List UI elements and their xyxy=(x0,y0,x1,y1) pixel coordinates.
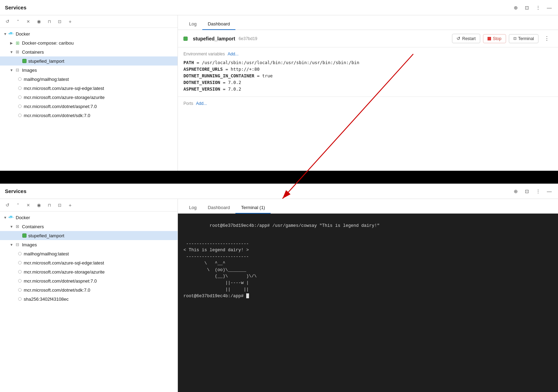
terminal-output[interactable]: root@6e37bd19ec4b:/app# /usr/games/cowsa… xyxy=(178,214,558,392)
compose-icon-top: ⊞ xyxy=(15,40,20,46)
env-section-top: Environment variables Add... PATH = /usr… xyxy=(178,47,558,97)
env-val-path-top: = /usr/local/sbin:/usr/local/bin:/usr/sb… xyxy=(194,60,359,65)
restore-icon-top[interactable]: ⊡ xyxy=(523,4,531,11)
tree-label-stupefied-bottom: stupefied_lamport xyxy=(28,233,64,238)
close-btn-top[interactable]: ✕ xyxy=(24,18,32,25)
container-name-top: stupefied_lamport xyxy=(193,36,235,41)
env-key-dotnet-container-top: DOTNET_RUNNING_IN_CONTAINER xyxy=(183,73,254,78)
tab-dashboard-bottom[interactable]: Dashboard xyxy=(202,202,236,214)
containers-icon-bottom: ⊠ xyxy=(15,224,20,229)
tree-label-images-bottom: Images xyxy=(22,242,37,247)
tree-item-containers-bottom[interactable]: ▼ ⊠ Containers xyxy=(0,222,178,231)
tree-item-containers-top[interactable]: ▼ ⊠ Containers xyxy=(0,47,178,56)
env-row-4-top: ASPNET_VERSION = 7.0.2 xyxy=(183,86,552,92)
tree-item-docker-top[interactable]: ▼ Docker xyxy=(0,29,178,38)
container-header-top: stupefied_lamport 6e37bd19 ↺ Restart Sto… xyxy=(178,30,558,47)
tree-item-stupefied-bottom[interactable]: ▶ stupefied_lamport xyxy=(0,231,178,240)
refresh-btn-top[interactable]: ↺ xyxy=(3,18,11,25)
tree-item-sdk-bottom[interactable]: mcr.microsoft.com/dotnet/sdk:7.0 xyxy=(0,285,178,294)
restart-button-top[interactable]: ↺ Restart xyxy=(452,34,480,43)
layout-btn-top[interactable]: ⊡ xyxy=(56,18,63,25)
env-add-link-top[interactable]: Add... xyxy=(228,52,239,56)
title-bar-controls-bottom: ⊕ ⊡ ⋮ — xyxy=(512,187,553,195)
add-btn-bottom[interactable]: + xyxy=(66,201,74,209)
svg-rect-1 xyxy=(10,33,11,34)
up-btn-top[interactable]: ⌃ xyxy=(14,18,22,25)
tree-item-aspnet-bottom[interactable]: mcr.microsoft.com/dotnet/aspnet:7.0 xyxy=(0,276,178,285)
panel-title-bottom: Services xyxy=(5,188,27,194)
terminal-label-top: Terminal xyxy=(518,36,534,41)
stop-button-top[interactable]: Stop xyxy=(483,34,506,43)
chevron-containers-top: ▼ xyxy=(9,49,14,54)
view-btn-bottom[interactable]: ◉ xyxy=(35,201,43,209)
chevron-images-top: ▼ xyxy=(9,68,14,72)
sidebar-top: ↺ ⌃ ✕ ◉ ⊓ ⊡ + ▼ xyxy=(0,15,178,171)
tree-item-azure-sql-bottom[interactable]: mcr.microsoft.com/azure-sql-edge:latest xyxy=(0,258,178,267)
images-icon-bottom: ⊟ xyxy=(15,242,20,247)
expand-icon-bottom[interactable]: ⊕ xyxy=(512,187,520,195)
env-val-aspnetcore-top: = http://+:80 xyxy=(223,67,259,72)
env-key-path-top: PATH xyxy=(183,60,194,65)
terminal-button-top[interactable]: ⊡ Terminal xyxy=(509,34,538,43)
more-icon-bottom[interactable]: ⋮ xyxy=(534,187,542,195)
filter-btn-top[interactable]: ⊓ xyxy=(45,18,53,25)
tree-item-aspnet-top[interactable]: mcr.microsoft.com/dotnet/aspnet:7.0 xyxy=(0,102,178,111)
image-circle-aspnet-top xyxy=(18,105,22,108)
tree-label-aspnet-bottom: mcr.microsoft.com/dotnet/aspnet:7.0 xyxy=(24,278,97,284)
tree-item-mailhog-top[interactable]: mailhog/mailhog:latest xyxy=(0,75,178,84)
sidebar-bottom: ↺ ⌃ ✕ ◉ ⊓ ⊡ + ▼ xyxy=(0,199,178,392)
tab-dashboard-top[interactable]: Dashboard xyxy=(202,18,236,30)
filter-btn-bottom[interactable]: ⊓ xyxy=(45,201,53,209)
image-circle-mailhog-top xyxy=(18,77,22,81)
up-btn-bottom[interactable]: ⌃ xyxy=(14,201,22,209)
tree-label-azure-sql-top: mcr.microsoft.com/azure-sql-edge:latest xyxy=(24,86,104,91)
tree-label-containers-bottom: Containers xyxy=(22,224,44,229)
tree-item-azure-storage-top[interactable]: mcr.microsoft.com/azure-storage/azurite xyxy=(0,93,178,102)
title-bar-controls-top: ⊕ ⊡ ⋮ — xyxy=(512,4,553,11)
env-val-dotnet-version-top: = 7.0.2 xyxy=(220,80,241,85)
more-button-top[interactable]: ⋮ xyxy=(541,34,552,43)
tree-item-stupefied-top[interactable]: ▶ stupefied_lamport xyxy=(0,56,178,66)
sidebar-toolbar-bottom: ↺ ⌃ ✕ ◉ ⊓ ⊡ + xyxy=(0,199,178,212)
tree-item-images-top[interactable]: ▼ ⊟ Images xyxy=(0,66,178,75)
ports-header-top: Ports Add... xyxy=(183,101,552,106)
tree-label-sdk-top: mcr.microsoft.com/dotnet/sdk:7.0 xyxy=(24,113,90,118)
tree-item-images-bottom[interactable]: ▼ ⊟ Images xyxy=(0,240,178,249)
docker-icon-bottom xyxy=(8,215,14,220)
env-row-1-top: ASPNETCORE_URLS = http://+:80 xyxy=(183,66,552,72)
more-icon-top[interactable]: ⋮ xyxy=(534,4,542,11)
restore-icon-bottom[interactable]: ⊡ xyxy=(523,187,531,195)
tab-log-top[interactable]: Log xyxy=(183,18,202,30)
minimize-icon-bottom[interactable]: — xyxy=(545,187,553,195)
terminal-line-0: root@6e37bd19ec4b:/app# /usr/games/cowsa… xyxy=(210,223,380,228)
tree-label-mailhog-bottom: mailhog/mailhog:latest xyxy=(24,251,69,256)
stop-label-top: Stop xyxy=(493,36,502,41)
minimize-icon-top[interactable]: — xyxy=(545,4,553,11)
refresh-btn-bottom[interactable]: ↺ xyxy=(3,201,11,209)
right-panel-top: Log Dashboard stupefied_lamport 6e37bd19… xyxy=(178,15,558,171)
layout-btn-bottom[interactable]: ⊡ xyxy=(56,201,63,209)
view-btn-top[interactable]: ◉ xyxy=(35,18,43,25)
tree-item-azure-storage-bottom[interactable]: mcr.microsoft.com/azure-storage/azurite xyxy=(0,267,178,276)
tab-terminal-bottom[interactable]: Terminal (1) xyxy=(235,202,271,214)
tree-item-sdk-top[interactable]: mcr.microsoft.com/dotnet/sdk:7.0 xyxy=(0,111,178,120)
docker-icon-top xyxy=(8,31,14,37)
svg-rect-4 xyxy=(11,32,12,33)
chevron-docker-top: ▼ xyxy=(3,31,8,36)
env-row-2-top: DOTNET_RUNNING_IN_CONTAINER = true xyxy=(183,72,552,79)
tree-item-sha256-bottom[interactable]: sha256:3402f43108ec xyxy=(0,294,178,303)
expand-icon-top[interactable]: ⊕ xyxy=(512,4,520,11)
tab-log-bottom[interactable]: Log xyxy=(183,202,202,214)
tree-item-azure-sql-top[interactable]: mcr.microsoft.com/azure-sql-edge:latest xyxy=(0,84,178,93)
title-bar-top: Services ⊕ ⊡ ⋮ — xyxy=(0,0,558,15)
tree-label-compose-top: Docker-compose: caribou xyxy=(22,40,74,46)
tree-item-compose-top[interactable]: ▶ ⊞ Docker-compose: caribou xyxy=(0,38,178,47)
terminal-line-1: ------------------------ < This is legen… xyxy=(183,241,257,299)
tree-label-stupefied-top: stupefied_lamport xyxy=(28,59,64,64)
image-circle-azure-sql-top xyxy=(18,86,22,90)
tree-item-mailhog-bottom[interactable]: mailhog/mailhog:latest xyxy=(0,249,178,258)
tree-item-docker-bottom[interactable]: ▼ Docker xyxy=(0,213,178,222)
ports-add-link-top[interactable]: Add... xyxy=(196,101,207,106)
close-btn-bottom[interactable]: ✕ xyxy=(24,201,32,209)
add-btn-top[interactable]: + xyxy=(66,18,74,25)
